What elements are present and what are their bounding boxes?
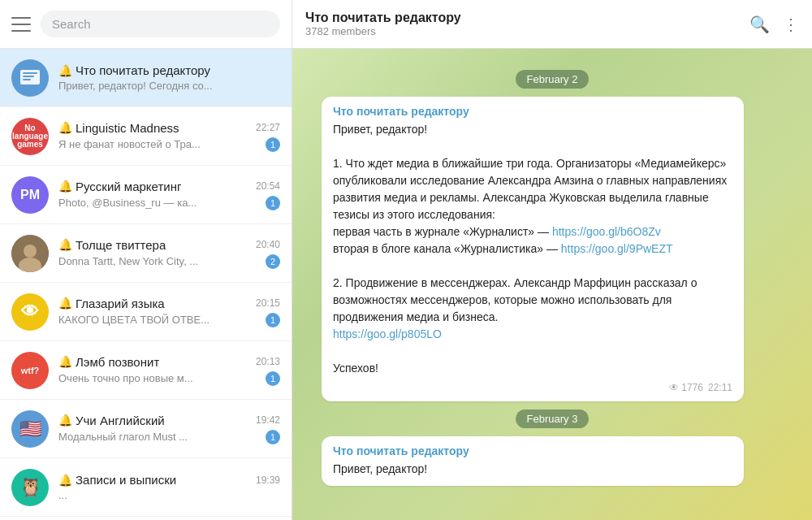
unread-badge: 1 — [266, 430, 280, 444]
messages-area[interactable]: February 2 Что почитать редактору Привет… — [292, 49, 812, 520]
sidebar-header — [0, 0, 292, 49]
link-3[interactable]: https://goo.gl/p805LO — [333, 327, 442, 340]
chat-item[interactable]: 🔔 Толще твиттера 20:40 Donna Tartt, New … — [0, 224, 292, 283]
link-2[interactable]: https://goo.gl/9PwEZT — [561, 242, 673, 255]
avatar: 🇺🇸 — [11, 410, 49, 448]
chat-header-actions: 🔍 ⋮ — [749, 15, 799, 34]
chat-list: 🔔 Что почитать редактору Привет, редакто… — [0, 49, 292, 520]
chat-name: 🔔 Записи и выписки — [58, 473, 176, 487]
chat-info: 🔔 Учи Английский 19:42 Модальный глагол … — [58, 414, 280, 444]
chat-time: 20:13 — [256, 356, 280, 367]
avatar: 👁 — [11, 293, 49, 331]
message-sender: Что почитать редактору — [333, 444, 732, 457]
avatar — [11, 59, 49, 97]
chat-name: 🔔 Лэмб позвонит — [58, 355, 159, 369]
chat-preview: Очень точно про новые м... 1 — [58, 371, 280, 386]
chat-info: 🔔 Лэмб позвонит 20:13 Очень точно про но… — [58, 355, 280, 386]
message-bubble: Что почитать редактору Привет, редактор! — [322, 436, 744, 486]
message-text: Привет, редактор! — [333, 461, 732, 478]
chat-time: 19:42 — [256, 414, 280, 426]
unread-badge: 1 — [266, 196, 280, 210]
chat-preview: Модальный глагол Must ... 1 — [58, 430, 280, 444]
avatar: wtf? — [11, 352, 49, 389]
eye-icon: 👁 — [669, 382, 679, 393]
message-sender: Что почитать редактору — [333, 105, 732, 118]
more-options-icon[interactable]: ⋮ — [783, 15, 799, 34]
chat-info: 🔔 Записи и выписки 19:39 ... — [58, 473, 280, 501]
message-views: 👁 1776 — [669, 382, 703, 393]
chat-item[interactable]: Nolanguagegames 🔔 Linguistic Madness 22:… — [0, 107, 292, 166]
chat-time: 22:27 — [256, 122, 280, 133]
message-text: Привет, редактор! 1. Что ждет медиа в бл… — [333, 121, 732, 377]
date-bubble: February 3 — [516, 410, 590, 428]
chat-header-info: Что почитать редактору 3782 members — [305, 11, 749, 37]
chat-info: 🔔 Русский маркетинг 20:54 Photo, @Busine… — [58, 180, 280, 210]
avatar: PM — [11, 176, 49, 214]
chat-item[interactable]: PM 🔔 Русский маркетинг 20:54 Photo, @Bus… — [0, 166, 292, 224]
messages-content: February 2 Что почитать редактору Привет… — [305, 70, 799, 486]
channel-icon: 🔔 — [58, 64, 72, 77]
date-bubble: February 2 — [516, 70, 590, 89]
svg-point-5 — [24, 245, 37, 258]
unread-badge: 1 — [266, 137, 280, 152]
unread-badge: 1 — [266, 371, 280, 386]
chat-header-subtitle: 3782 members — [305, 25, 749, 37]
chat-item[interactable]: wtf? 🔔 Лэмб позвонит 20:13 Очень точно п… — [0, 341, 292, 400]
chat-preview: Привет, редактор! Сегодня со... — [58, 80, 280, 92]
message-bubble: Что почитать редактору Привет, редактор!… — [322, 97, 744, 401]
chat-name: 🔔 Толще твиттера — [58, 238, 166, 252]
chat-preview: КАКОГО ЦВЕТА ТВОЙ ОТВЕ... 1 — [58, 313, 280, 327]
chat-info: 🔔 Толще твиттера 20:40 Donna Tartt, New … — [58, 238, 280, 269]
svg-rect-1 — [23, 72, 37, 74]
chat-item[interactable]: 👁 🔔 Глазарий языка 20:15 КАКОГО ЦВЕТА ТВ… — [0, 283, 292, 341]
unread-badge: 1 — [266, 313, 280, 327]
chat-name: 🔔 Linguistic Madness — [58, 121, 179, 135]
chat-item[interactable]: 🇺🇸 🔔 Учи Английский 19:42 Модальный глаг… — [0, 400, 292, 458]
message-footer: 👁 1776 22:11 — [333, 382, 732, 393]
chat-preview: ... — [58, 489, 280, 501]
chat-name: 🔔 Что почитать редактору — [58, 63, 210, 77]
avatar — [11, 235, 49, 272]
message-time: 22:11 — [708, 382, 732, 393]
chat-preview: Я не фанат новостей о Тра... 1 — [58, 137, 280, 152]
chat-info: 🔔 Глазарий языка 20:15 КАКОГО ЦВЕТА ТВОЙ… — [58, 297, 280, 327]
main-chat-area: Что почитать редактору 3782 members 🔍 ⋮ … — [292, 0, 812, 520]
date-divider: February 2 — [305, 70, 799, 89]
link-1[interactable]: https://goo.gl/b6O8Zv — [552, 225, 661, 238]
chat-name: 🔔 Учи Английский — [58, 414, 165, 427]
svg-rect-3 — [23, 79, 31, 80]
chat-time: 20:15 — [256, 297, 280, 309]
chat-time: 20:54 — [256, 180, 280, 192]
sidebar: 🔔 Что почитать редактору Привет, редакто… — [0, 0, 292, 520]
search-box[interactable] — [41, 11, 280, 37]
search-header-icon[interactable]: 🔍 — [749, 15, 770, 34]
chat-info: 🔔 Linguistic Madness 22:27 Я не фанат но… — [58, 121, 280, 152]
chat-time: 20:40 — [256, 239, 280, 250]
chat-preview: Donna Tartt, New York City, ... 2 — [58, 254, 280, 269]
search-input[interactable] — [52, 17, 269, 31]
chat-name: 🔔 Глазарий языка — [58, 297, 165, 310]
chat-preview: Photo, @Business_ru — ка... 1 — [58, 196, 280, 210]
chat-info: 🔔 Что почитать редактору Привет, редакто… — [58, 63, 280, 92]
hamburger-menu-icon[interactable] — [11, 17, 31, 32]
chat-time: 19:39 — [256, 474, 280, 486]
svg-rect-2 — [23, 76, 34, 77]
avatar: 🦉 — [11, 469, 49, 506]
avatar: Nolanguagegames — [11, 118, 49, 155]
chat-name: 🔔 Русский маркетинг — [58, 180, 181, 193]
chat-item[interactable]: 🔔 Что почитать редактору Привет, редакто… — [0, 49, 292, 107]
date-divider: February 3 — [305, 410, 799, 428]
chat-item[interactable]: 🦉 🔔 Записи и выписки 19:39 ... — [0, 458, 292, 517]
chat-header: Что почитать редактору 3782 members 🔍 ⋮ — [292, 0, 812, 49]
chat-header-title: Что почитать редактору — [305, 11, 749, 25]
unread-badge: 2 — [266, 254, 280, 269]
